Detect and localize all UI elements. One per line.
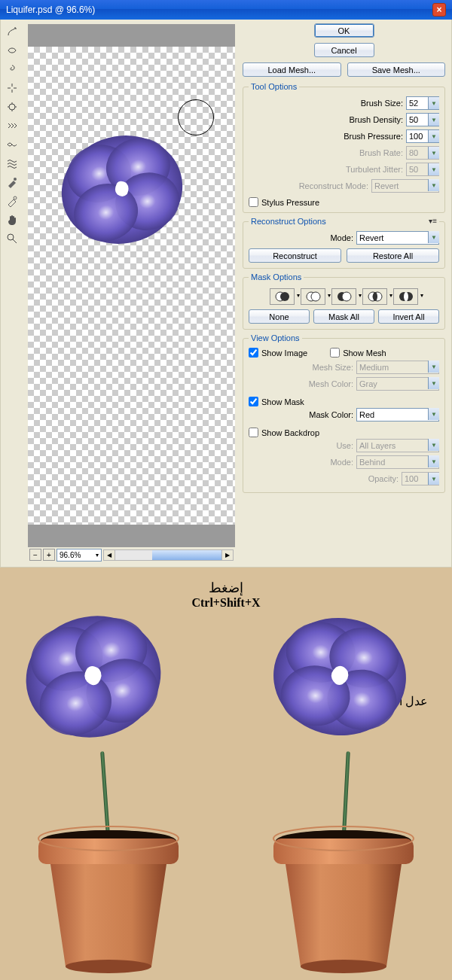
- svg-point-0: [9, 104, 15, 110]
- brush-density-input[interactable]: 50: [406, 113, 439, 126]
- mask-color-select[interactable]: Red: [356, 408, 439, 422]
- restore-all-button[interactable]: Restore All: [347, 248, 439, 263]
- canvas-frame: [28, 24, 235, 547]
- mask-none-button[interactable]: None: [249, 309, 310, 324]
- svg-point-2: [14, 196, 17, 199]
- mask-add-icon[interactable]: [301, 288, 325, 305]
- turbulent-jitter-input: 50: [406, 163, 439, 176]
- plant-after: [238, 598, 449, 974]
- svg-point-14: [342, 292, 351, 301]
- canvas-area: − + 96.6%▾ ◀▶: [25, 20, 238, 567]
- tutorial-image: إضغط Ctrl+Shift+X عدل الورقة: [0, 568, 452, 980]
- show-mask-checkbox[interactable]: [249, 397, 258, 406]
- forward-warp-tool-icon[interactable]: [3, 23, 21, 40]
- zoom-out-button[interactable]: −: [29, 549, 41, 561]
- svg-point-1: [14, 178, 17, 181]
- save-mesh-button[interactable]: Save Mesh...: [347, 62, 446, 77]
- invert-all-button[interactable]: Invert All: [378, 309, 439, 324]
- bloat-tool-icon[interactable]: [3, 99, 21, 115]
- reconstruct-mode-select[interactable]: Revert: [356, 231, 439, 245]
- svg-point-40: [301, 960, 386, 973]
- reconstruct-mode-select: Revert: [371, 179, 439, 193]
- mask-all-button[interactable]: Mask All: [313, 309, 374, 324]
- load-mesh-button[interactable]: Load Mesh...: [243, 62, 341, 77]
- mesh-color-select: Gray: [356, 377, 439, 391]
- tool-options-legend: Tool Options: [249, 82, 299, 91]
- backdrop-mode-select: Behind: [356, 455, 439, 469]
- svg-point-12: [311, 292, 320, 301]
- turbulence-tool-icon[interactable]: [3, 155, 21, 172]
- mask-invert-icon[interactable]: [393, 288, 418, 305]
- plant-before: [3, 598, 214, 974]
- reconstruct-menu-icon[interactable]: ▾≡: [429, 217, 437, 226]
- status-bar: − + 96.6%▾ ◀▶: [28, 547, 235, 562]
- tool-strip: [1, 20, 25, 567]
- controls-panel: OK Cancel Load Mesh... Save Mesh... Tool…: [238, 20, 451, 567]
- horizontal-scrollbar[interactable]: ◀▶: [103, 549, 234, 561]
- brush-size-input[interactable]: 52: [406, 96, 439, 110]
- window-titlebar: Liquifer.psd @ 96.6%) ×: [0, 0, 452, 20]
- reconstruct-options-group: Reconstruct Options▾≡ Mode: Revert Recon…: [243, 217, 445, 269]
- freeze-mask-tool-icon[interactable]: [3, 174, 21, 190]
- stylus-pressure-checkbox[interactable]: [249, 197, 258, 207]
- mask-subtract-icon[interactable]: [331, 288, 356, 305]
- mask-options-group: Mask Options None Mask All Invert All: [243, 272, 445, 330]
- reconstruct-button[interactable]: Reconstruct: [249, 248, 341, 263]
- ok-button[interactable]: OK: [314, 23, 374, 38]
- tool-options-group: Tool Options Brush Size: 52 Brush Densit…: [243, 82, 445, 213]
- thaw-mask-tool-icon[interactable]: [3, 193, 21, 209]
- close-icon[interactable]: ×: [432, 3, 446, 17]
- zoom-in-button[interactable]: +: [43, 549, 55, 561]
- svg-point-20: [404, 292, 408, 301]
- hand-tool-icon[interactable]: [3, 212, 21, 228]
- liquify-dialog: − + 96.6%▾ ◀▶ OK Cancel Load Mesh... Sav…: [0, 20, 452, 568]
- view-options-group: View Options Show Image Show Mesh Mesh S…: [243, 333, 445, 493]
- flower-preview: [50, 118, 194, 261]
- show-image-checkbox[interactable]: [249, 348, 258, 358]
- mirror-tool-icon[interactable]: [3, 136, 21, 153]
- svg-point-3: [8, 234, 14, 240]
- cancel-button[interactable]: Cancel: [314, 43, 374, 57]
- pucker-tool-icon[interactable]: [3, 80, 21, 96]
- svg-point-10: [280, 292, 289, 301]
- push-left-tool-icon[interactable]: [3, 117, 21, 134]
- zoom-tool-icon[interactable]: [3, 230, 21, 247]
- mask-intersect-icon[interactable]: [362, 288, 387, 305]
- brush-pressure-input[interactable]: 100: [406, 129, 439, 143]
- opacity-input: 100: [402, 472, 439, 485]
- svg-point-17: [373, 292, 377, 301]
- mesh-size-select: Medium: [356, 361, 439, 374]
- twirl-tool-icon[interactable]: [3, 61, 21, 78]
- brush-rate-input: 80: [406, 146, 439, 160]
- canvas[interactable]: [28, 47, 235, 525]
- mask-replace-icon[interactable]: [270, 288, 295, 305]
- zoom-input[interactable]: 96.6%▾: [56, 549, 102, 562]
- use-select: All Layers: [356, 439, 439, 452]
- window-title: Liquifer.psd @ 96.6%): [6, 5, 432, 15]
- svg-point-30: [66, 960, 151, 973]
- reconstruct-tool-icon[interactable]: [3, 42, 21, 59]
- show-backdrop-checkbox[interactable]: [249, 428, 258, 437]
- show-mesh-checkbox[interactable]: [330, 348, 340, 358]
